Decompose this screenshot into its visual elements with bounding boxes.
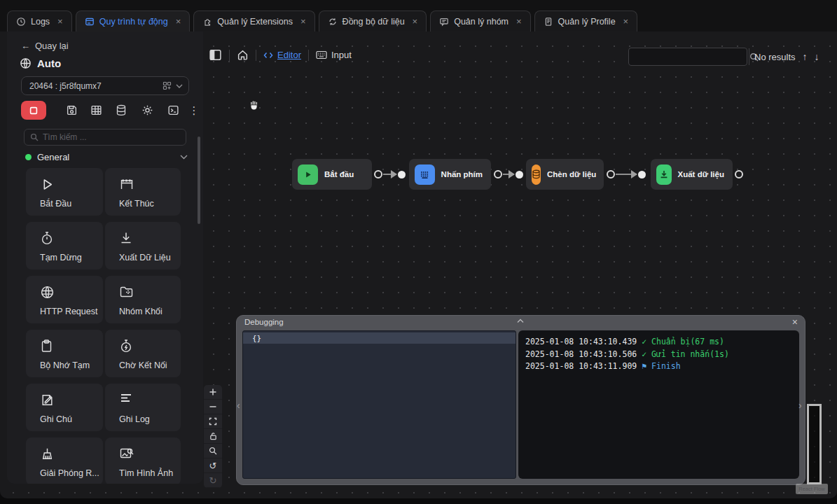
tab-group-manager[interactable]: Quản lý nhóm × (430, 10, 530, 31)
close-icon[interactable]: × (300, 17, 306, 26)
log-timestamp: 2025-01-08 10:43:11.909 (525, 361, 637, 371)
block-find-image[interactable]: Tìm Hình Ảnh (105, 438, 181, 484)
note-icon (40, 393, 55, 407)
node-label: Bắt đầu (324, 170, 354, 178)
flag-icon: ⚑ (642, 361, 646, 371)
tab-profile-manager[interactable]: Quản lý Profile × (534, 10, 638, 31)
input-view-button[interactable]: Input (316, 50, 352, 60)
tab-logs[interactable]: Logs × (7, 10, 72, 31)
tab-label: Quản lý Profile (558, 17, 616, 27)
collapse-right-handle[interactable]: › (798, 400, 802, 411)
section-label: General (37, 152, 69, 162)
canvas-controls: ↺ ↻ (204, 385, 222, 488)
sync-icon (328, 17, 338, 27)
block-end[interactable]: Kết Thúc (105, 168, 181, 216)
input-port[interactable] (398, 171, 406, 178)
block-pause[interactable]: Tạm Dừng (26, 222, 103, 270)
block-log[interactable]: Ghi Log (105, 384, 181, 431)
collapse-panel-button[interactable] (517, 318, 524, 323)
workflow-canvas[interactable]: Editor Input No results ↑ ↓ Bắt đầu (0, 31, 837, 498)
divider (308, 50, 309, 61)
save-button[interactable] (62, 101, 81, 120)
output-port[interactable] (607, 170, 615, 178)
close-icon[interactable]: × (176, 17, 181, 26)
debug-panel: Debugging × {} 2025-01-08 10:43:10.439 ✓… (236, 315, 805, 485)
table-icon (90, 104, 102, 116)
database-button[interactable] (112, 101, 130, 120)
stop-button[interactable] (21, 101, 46, 120)
node-start[interactable]: Bắt đầu (292, 159, 372, 190)
edge-connector (383, 174, 396, 175)
settings-button[interactable] (138, 101, 156, 120)
search-icon (209, 447, 217, 455)
output-port[interactable] (374, 170, 382, 178)
back-arrow-icon: ← (21, 41, 30, 51)
close-icon[interactable]: × (623, 17, 629, 26)
debug-code-editor[interactable]: {} (242, 330, 516, 479)
node-label: Nhấn phím (441, 170, 483, 178)
output-port[interactable] (494, 170, 502, 178)
chevron-up-icon (517, 318, 524, 323)
tab-automation-flow[interactable]: Quy trình tự động × (76, 10, 191, 31)
profile-selector-dropdown[interactable]: 20464 : j5r8fqumx7 (21, 76, 189, 95)
terminal-button[interactable] (164, 101, 182, 120)
node-export-data[interactable]: Xuất dữ liệu (651, 159, 733, 190)
block-export-data[interactable]: Xuất Dữ Liệu (105, 222, 181, 270)
collapse-left-handle[interactable]: ‹ (237, 400, 240, 411)
find-box (628, 48, 747, 66)
node-insert-data[interactable]: Chèn dữ liệu (526, 159, 604, 190)
block-group[interactable]: Nhóm Khối (105, 276, 181, 323)
finish-flag-icon (119, 177, 134, 192)
close-icon[interactable]: × (57, 17, 63, 26)
close-icon[interactable]: × (792, 316, 798, 328)
node-press-key[interactable]: Nhấn phím (409, 159, 491, 190)
block-http-request[interactable]: HTTP Request (26, 276, 103, 323)
input-port[interactable] (638, 171, 646, 178)
find-input[interactable] (629, 48, 749, 65)
input-port[interactable] (516, 171, 523, 178)
sidebar-toolbar: ⋮ (21, 101, 192, 120)
table-button[interactable] (87, 101, 105, 120)
redo-button[interactable]: ↻ (204, 473, 222, 488)
lock-button[interactable] (204, 429, 222, 444)
tab-data-sync[interactable]: Đồng bộ dữ liệu × (319, 10, 427, 31)
section-general[interactable]: General (25, 150, 188, 163)
canvas-find: No results ↑ ↓ (628, 48, 819, 66)
close-icon[interactable]: × (516, 17, 522, 26)
toggle-sidebar-button[interactable] (209, 48, 222, 62)
tab-label: Đồng bộ dữ liệu (343, 17, 405, 27)
log-message: Chuẩn bị(67 ms) (651, 337, 724, 346)
block-free-ram[interactable]: Giải Phóng R... (26, 438, 103, 484)
zoom-out-button[interactable] (204, 400, 222, 414)
undo-button[interactable]: ↺ (204, 458, 222, 473)
block-start[interactable]: Bắt Đầu (26, 168, 103, 216)
sidebar-scrollbar[interactable] (198, 136, 200, 224)
find-next-button[interactable]: ↓ (815, 51, 819, 62)
editor-view-link[interactable]: Editor (263, 50, 301, 60)
terminal-icon (167, 104, 179, 116)
hand-grab-cursor (248, 98, 261, 111)
fit-view-button[interactable] (204, 414, 222, 429)
close-icon[interactable]: × (413, 17, 418, 26)
more-options-button[interactable]: ⋮ (185, 101, 203, 120)
output-port[interactable] (735, 170, 743, 178)
zoom-in-button[interactable] (204, 385, 222, 400)
debug-log-console[interactable]: 2025-01-08 10:43:10.439 ✓ Chuẩn bị(67 ms… (518, 330, 799, 479)
tab-extensions[interactable]: Quản lý Extensions × (193, 10, 314, 31)
block-search-input[interactable] (43, 132, 180, 142)
minimap-viewport[interactable] (807, 404, 822, 484)
folder-icon (119, 285, 134, 299)
chat-icon (439, 17, 449, 27)
stop-icon (29, 106, 38, 115)
edge-connector (616, 174, 637, 175)
find-previous-button[interactable]: ↑ (803, 51, 808, 62)
block-note[interactable]: Ghi Chú (26, 384, 103, 431)
block-clipboard[interactable]: Bộ Nhớ Tạm (26, 330, 103, 377)
block-wait-connection[interactable]: Chờ Kết Nối (105, 330, 181, 377)
home-button[interactable] (237, 49, 249, 61)
zoom-search-button[interactable] (204, 444, 222, 458)
back-button[interactable]: ← Quay lại (21, 41, 69, 51)
log-line: 2025-01-08 10:43:11.909 ⚑ Finish (525, 360, 792, 373)
profile-title: Auto (20, 57, 61, 69)
status-dot (25, 154, 32, 160)
